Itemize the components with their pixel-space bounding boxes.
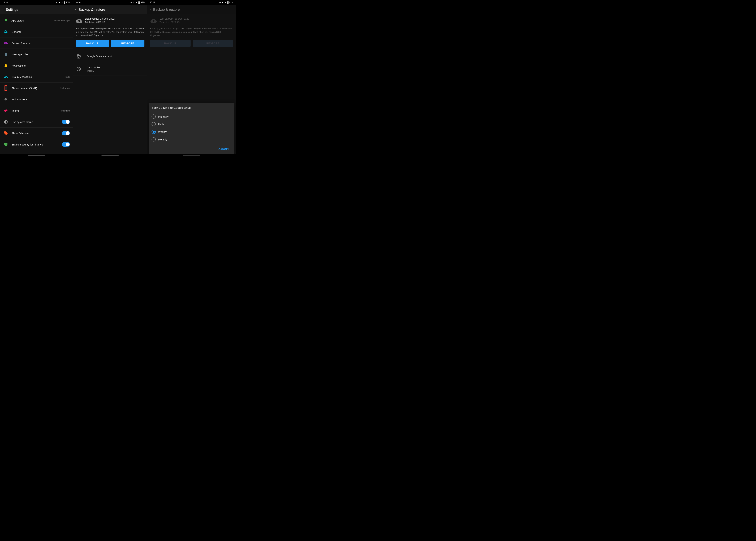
settings-item-message-rules[interactable]: Message rules [0, 49, 73, 60]
settings-panel: 10:10 ⊖ ▼ ▲ ▓ 92% ‹ Settings App status … [0, 0, 73, 158]
home-indicator-3 [183, 155, 200, 156]
top-bar-1: ‹ Settings [0, 5, 73, 14]
page-title-2: Backup & restore [79, 8, 105, 12]
auto-backup-section[interactable]: Auto backup Weekly [73, 63, 147, 75]
dialog-title: Back up SMS to Google Drive [152, 106, 232, 110]
security-toggle[interactable] [62, 142, 70, 147]
restore-button[interactable]: RESTORE [111, 40, 145, 47]
last-backup-text: Last backup: 18 Dec, 2022 [85, 17, 115, 20]
cancel-button[interactable]: CANCEL [216, 146, 232, 152]
signal-icon-2: ▲ [136, 1, 138, 4]
shield-icon [3, 141, 9, 148]
wifi-icon-3: ▼ [221, 1, 223, 4]
status-time-3: 10:11 [150, 1, 155, 4]
system-theme-label: Use system theme [11, 121, 62, 124]
clock-icon [76, 66, 82, 72]
notifications-label: Notifications [11, 64, 70, 67]
google-drive-icon [76, 53, 82, 60]
google-drive-section[interactable]: Google Drive account [73, 50, 147, 63]
do-not-disturb-icon-3: ⊖ [219, 1, 221, 4]
backup-icon [3, 40, 9, 46]
backup-buttons-3: BACK UP RESTORE [150, 40, 233, 47]
battery-icon-2: ▓ [138, 1, 140, 4]
radio-daily[interactable]: Daily [152, 120, 232, 128]
swipe-actions-label: Swipe actions [11, 98, 70, 101]
phone-icon [3, 85, 9, 91]
contrast-icon [3, 119, 9, 125]
dialog-actions: CANCEL [152, 145, 232, 152]
back-up-button[interactable]: BACK UP [76, 40, 109, 47]
gear-icon [3, 29, 9, 35]
theme-label: Theme [11, 109, 61, 112]
back-button-2[interactable]: ‹ [75, 7, 77, 12]
radio-monthly-circle [152, 137, 156, 142]
radio-manually[interactable]: Manually [152, 113, 232, 120]
radio-daily-label: Daily [158, 123, 164, 126]
back-button-1[interactable]: ‹ [2, 7, 4, 12]
settings-item-backup[interactable]: Backup & restore [0, 37, 73, 49]
group-messaging-label: Group Messaging [11, 75, 66, 78]
bottom-bar-1 [0, 154, 73, 158]
app-status-badge: Default SMS app [53, 19, 70, 22]
settings-item-security[interactable]: Enable security for Finance [0, 139, 73, 150]
do-not-disturb-icon-2: ⊖ [131, 1, 132, 4]
home-indicator-1 [28, 155, 45, 156]
message-rules-label: Message rules [11, 53, 70, 56]
page-title-3: Backup & restore [153, 8, 180, 12]
cloud-upload-icon-3 [150, 17, 157, 24]
backup-header: Last backup: 18 Dec, 2022 Total size: 63… [76, 17, 145, 25]
settings-item-swipe-actions[interactable]: Swipe actions [0, 94, 73, 105]
theme-icon [3, 108, 9, 114]
back-up-button-3: BACK UP [150, 40, 190, 47]
bell-icon [3, 62, 9, 69]
backup-panel: 10:10 ⊖ ▼ ▲ ▓ 92% ‹ Backup & restore Las… [73, 0, 148, 158]
settings-item-app-status[interactable]: App status Default SMS app [0, 15, 73, 26]
status-bar-2: 10:10 ⊖ ▼ ▲ ▓ 92% [73, 0, 147, 5]
settings-item-show-offers[interactable]: Show Offers tab [0, 128, 73, 139]
battery-icon: ▓ [64, 1, 65, 4]
radio-manually-circle [152, 115, 156, 119]
backup-label: Backup & restore [11, 42, 70, 45]
restore-button-3: RESTORE [192, 40, 233, 47]
auto-backup-sub: Weekly [87, 70, 145, 72]
top-bar-3: ‹ Backup & restore [148, 5, 236, 14]
battery-percent-3: 92% [229, 1, 233, 4]
settings-item-general[interactable]: General [0, 26, 73, 37]
phone-number-label: Phone number (SIM1) [11, 87, 61, 90]
bottom-bar-3 [148, 154, 236, 158]
battery-percent-2: 92% [141, 1, 145, 4]
bottom-bar-2 [73, 154, 147, 158]
radio-manually-label: Manually [158, 115, 169, 118]
backup-description: Back up your SMS to Google Drive. If you… [76, 27, 145, 37]
status-time-2: 10:10 [75, 1, 81, 4]
auto-backup-dialog: Back up SMS to Google Drive Manually Dai… [149, 103, 234, 154]
radio-weekly-circle [152, 130, 156, 134]
radio-weekly[interactable]: Weekly [152, 128, 232, 136]
last-backup-text-3: Last backup: 18 Dec, 2022 [160, 17, 189, 20]
settings-item-system-theme[interactable]: Use system theme [0, 116, 73, 128]
backup-header-3: Last backup: 18 Dec, 2022 Total size: 63… [150, 17, 233, 25]
google-drive-label: Google Drive account [87, 55, 112, 58]
backup-info-section-3: Last backup: 18 Dec, 2022 Total size: 63… [148, 14, 236, 50]
wifi-icon-2: ▼ [133, 1, 135, 4]
system-theme-toggle[interactable] [62, 120, 70, 124]
page-title-1: Settings [6, 8, 18, 12]
settings-item-notifications[interactable]: Notifications [0, 60, 73, 71]
status-icons-3: ⊖ ▼ ▲ ▓ 92% [219, 1, 233, 4]
total-size-text-3: Total size: 6328 KB [160, 21, 189, 23]
cloud-upload-icon [76, 17, 83, 24]
flag-icon [3, 17, 9, 24]
settings-item-phone-number[interactable]: Phone number (SIM1) Unknown [0, 83, 73, 94]
settings-item-group-messaging[interactable]: Group Messaging Bulk [0, 71, 73, 83]
show-offers-toggle[interactable] [62, 131, 70, 136]
radio-monthly[interactable]: Monthly [152, 136, 232, 143]
settings-item-theme[interactable]: Theme Midnight [0, 105, 73, 116]
total-size-text: Total size: 6328 KB [85, 21, 115, 23]
settings-list: App status Default SMS app General Backu… [0, 14, 73, 154]
svg-rect-1 [5, 86, 7, 90]
top-bar-2: ‹ Backup & restore [73, 5, 147, 14]
show-offers-label: Show Offers tab [11, 132, 62, 135]
battery-percent: 92% [66, 1, 70, 4]
backup-dialog-panel: 10:11 ⊖ ▼ ▲ ▓ 92% ‹ Backup & restore Las… [148, 0, 236, 158]
backup-content: Last backup: 18 Dec, 2022 Total size: 63… [73, 14, 147, 154]
